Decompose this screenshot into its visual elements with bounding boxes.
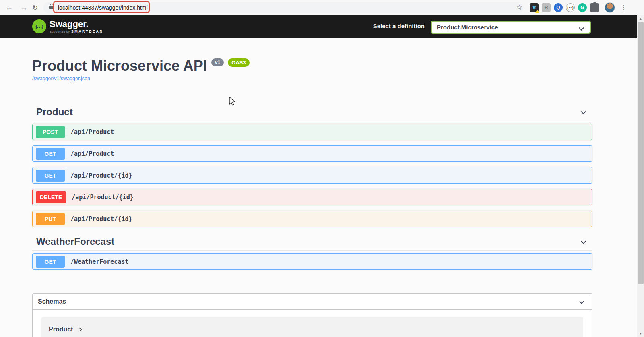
definition-select[interactable]: Product.Microservice — [431, 21, 591, 34]
smartbear-text: SMARTBEAR — [71, 29, 103, 33]
swagger-logo[interactable]: {…} Swagger. Supported bySMARTBEAR — [32, 19, 103, 33]
bookmark-star-icon[interactable]: ☆ — [514, 2, 524, 12]
spec-json-link[interactable]: /swagger/v1/swagger.json — [32, 76, 90, 81]
extensions-row: ⚛RQ(··)G — [530, 3, 599, 12]
operation-row[interactable]: DELETE /api/Product/{id} — [32, 189, 592, 205]
operation-row[interactable]: PUT /api/Product/{id} — [32, 211, 592, 227]
tag-header[interactable]: WeatherForecast — [32, 232, 592, 251]
api-tag-section: WeatherForecast GET /WeatherForecast — [32, 232, 592, 270]
operation-path: /api/Product — [70, 128, 114, 136]
method-badge: DELETE — [36, 191, 66, 203]
swagger-topbar: {…} Swagger. Supported bySMARTBEAR Selec… — [0, 15, 644, 38]
chevron-down-icon — [579, 299, 584, 304]
chevron-down-icon — [581, 239, 586, 244]
screenshot-root: ← → ↻ localhost:44337/swagger/index.html… — [0, 0, 644, 337]
operation-row[interactable]: GET /api/Product — [32, 145, 592, 162]
scrollbar-down-icon[interactable]: ▼ — [637, 330, 644, 337]
method-badge: GET — [36, 148, 65, 160]
r-extension-icon[interactable]: R — [542, 3, 551, 12]
operations: POST /api/Product GET /api/Product GET /… — [32, 121, 592, 227]
browser-menu-icon[interactable]: ⋮ — [620, 2, 628, 13]
method-badge: GET — [36, 170, 65, 182]
section-title: Product — [36, 106, 73, 118]
operation-row[interactable]: POST /api/Product — [32, 124, 592, 140]
chevron-down-icon — [579, 25, 584, 31]
operation-path: /api/Product/{id} — [70, 215, 132, 223]
supported-by-text: Supported by — [50, 30, 70, 33]
scrollbar-thumb[interactable] — [638, 22, 644, 284]
page-title: Product Microservice API — [32, 58, 207, 74]
lock-icon — [49, 6, 53, 9]
schema-model-row[interactable]: Product — [41, 317, 583, 337]
method-badge: PUT — [36, 213, 65, 225]
grammarly-icon[interactable]: G — [578, 3, 587, 12]
model-name: Product — [49, 326, 73, 333]
chevron-right-icon — [78, 327, 82, 331]
api-tag-section: Product POST /api/Product GET /api/Produ… — [32, 103, 592, 227]
operation-path: /api/Product — [70, 150, 114, 157]
section-title: WeatherForecast — [36, 236, 114, 247]
version-badge: v1 — [211, 58, 224, 66]
browser-back-icon[interactable]: ← — [4, 2, 14, 13]
operation-path: /api/Product/{id} — [72, 194, 134, 201]
schemas-header[interactable]: Schemas — [33, 294, 592, 310]
operation-row[interactable]: GET /WeatherForecast — [32, 253, 592, 270]
react-devtools-icon[interactable]: ⚛ — [530, 3, 539, 12]
operation-path: /WeatherForecast — [70, 258, 129, 265]
schemas-title: Schemas — [38, 298, 66, 305]
profile-avatar[interactable] — [605, 2, 615, 13]
oas3-badge: OAS3 — [228, 58, 249, 67]
browser-toolbar: ← → ↻ localhost:44337/swagger/index.html… — [0, 0, 644, 15]
search-extension-icon[interactable]: Q — [554, 3, 563, 12]
models-container: Product — [33, 310, 592, 337]
method-badge: GET — [36, 256, 65, 268]
tag-header[interactable]: Product — [32, 103, 592, 121]
swagger-logo-icon: {…} — [32, 19, 46, 33]
api-sections: Product POST /api/Product GET /api/Produ… — [32, 98, 592, 275]
browser-forward-icon[interactable]: → — [19, 2, 29, 13]
schemas-section: Schemas Product — [32, 293, 592, 337]
address-bar[interactable]: localhost:44337/swagger/index.html — [43, 2, 523, 13]
method-badge: POST — [36, 126, 65, 138]
operation-row[interactable]: GET /api/Product/{id} — [32, 167, 592, 184]
scrollbar-up-icon[interactable]: ▲ — [637, 15, 644, 22]
browser-reload-icon[interactable]: ↻ — [30, 2, 40, 13]
definition-select-value: Product.Microservice — [437, 24, 498, 31]
puzzle-extension-icon[interactable] — [590, 3, 599, 12]
operation-path: /api/Product/{id} — [70, 172, 132, 179]
chevron-down-icon — [581, 109, 586, 114]
paren-extension-icon[interactable]: (··) — [566, 3, 575, 12]
url-text[interactable]: localhost:44337/swagger/index.html — [58, 4, 148, 11]
select-definition-label: Select a definition — [373, 23, 425, 29]
operations: GET /WeatherForecast — [32, 251, 592, 270]
swagger-supported-by: Supported bySMARTBEAR — [50, 29, 103, 33]
page-scrollbar[interactable]: ▲ ▼ — [637, 15, 644, 337]
swagger-brand-text: Swagger. — [50, 19, 103, 29]
